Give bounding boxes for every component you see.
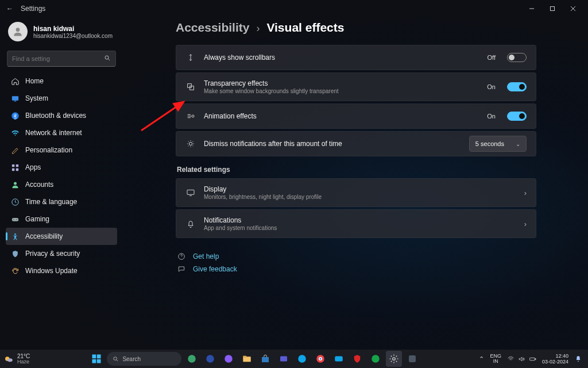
titlebar: ← Settings bbox=[0, 0, 588, 17]
link-subtitle: Monitors, brightness, night light, displ… bbox=[204, 194, 516, 200]
start-button[interactable] bbox=[88, 351, 105, 367]
setting-title: Always show scrollbars bbox=[204, 53, 479, 62]
accounts-icon bbox=[10, 180, 20, 189]
sidebar-item-accessibility[interactable]: Accessibility bbox=[6, 228, 117, 245]
svg-rect-12 bbox=[11, 168, 14, 170]
svg-point-35 bbox=[188, 355, 196, 363]
sidebar-item-bluetooth[interactable]: Bluetooth & devices bbox=[6, 107, 117, 124]
settings-window: ← Settings hisan kidwai hisankidwai1234@… bbox=[0, 0, 588, 350]
svg-point-4 bbox=[16, 28, 20, 32]
svg-rect-8 bbox=[14, 101, 16, 101]
back-button[interactable]: ← bbox=[5, 5, 15, 13]
give-feedback-link[interactable]: Give feedback bbox=[176, 264, 536, 274]
svg-point-37 bbox=[225, 355, 233, 363]
breadcrumb-parent[interactable]: Accessibility bbox=[176, 21, 249, 34]
get-help-link[interactable]: Get help bbox=[176, 252, 536, 261]
battery-icon bbox=[529, 355, 536, 363]
taskbar-copilot[interactable] bbox=[220, 351, 237, 367]
sidebar-item-home[interactable]: Home bbox=[6, 72, 117, 90]
search-input[interactable] bbox=[12, 55, 104, 62]
taskbar-weather[interactable]: 21°C Haze bbox=[0, 354, 30, 365]
svg-rect-32 bbox=[97, 359, 101, 363]
svg-rect-11 bbox=[16, 164, 18, 166]
user-block[interactable]: hisan kidwai hisankidwai1234@outlook.com bbox=[6, 20, 117, 47]
taskbar-explorer[interactable] bbox=[239, 351, 255, 367]
home-icon bbox=[10, 76, 20, 86]
taskbar-teams[interactable] bbox=[276, 351, 292, 367]
sidebar-item-time-language[interactable]: Time & language bbox=[6, 193, 117, 210]
toggle-state-label: On bbox=[487, 113, 496, 120]
taskbar-xbox[interactable] bbox=[368, 351, 384, 367]
help-label: Get help bbox=[193, 252, 219, 260]
toggle-animation[interactable] bbox=[507, 112, 527, 121]
nav-list: Home System Bluetooth & devices Network … bbox=[6, 72, 117, 279]
bluetooth-icon bbox=[10, 111, 20, 120]
taskbar-app-1[interactable] bbox=[184, 351, 200, 367]
chevron-right-icon: › bbox=[524, 220, 527, 228]
dropdown-value: 5 seconds bbox=[475, 140, 504, 147]
sidebar-item-network[interactable]: Network & internet bbox=[6, 124, 117, 141]
notifications-icon[interactable] bbox=[574, 354, 582, 364]
related-notifications[interactable]: Notifications App and system notificatio… bbox=[176, 209, 536, 238]
search-icon bbox=[113, 356, 119, 362]
bell-icon bbox=[185, 218, 196, 229]
dismiss-duration-dropdown[interactable]: 5 seconds ⌄ bbox=[469, 136, 527, 152]
maximize-button[interactable] bbox=[542, 1, 563, 17]
svg-rect-51 bbox=[535, 358, 536, 359]
taskbar-zoom[interactable] bbox=[331, 351, 347, 367]
taskbar-edge[interactable] bbox=[294, 351, 310, 367]
feedback-label: Give feedback bbox=[193, 265, 237, 273]
taskbar-clock[interactable]: 12:40 03-02-2024 bbox=[542, 353, 568, 365]
taskbar-store[interactable] bbox=[257, 351, 273, 367]
svg-rect-41 bbox=[280, 356, 287, 362]
setting-transparency-effects: Transparency effects Make some window ba… bbox=[176, 72, 536, 101]
nav-label: Apps bbox=[25, 163, 41, 171]
search-icon bbox=[104, 55, 111, 63]
sidebar-item-windows-update[interactable]: Windows Update bbox=[6, 262, 117, 279]
sidebar-item-apps[interactable]: Apps bbox=[6, 159, 117, 176]
display-icon bbox=[185, 187, 196, 198]
svg-point-28 bbox=[7, 358, 13, 362]
svg-rect-29 bbox=[92, 355, 96, 359]
nav-label: Gaming bbox=[25, 215, 49, 223]
breadcrumb: Accessibility › Visual effects bbox=[176, 21, 536, 34]
svg-rect-16 bbox=[11, 218, 18, 221]
search-box[interactable] bbox=[7, 51, 116, 67]
tray-chevron-icon[interactable]: ⌃ bbox=[479, 355, 484, 363]
svg-point-18 bbox=[16, 218, 17, 220]
svg-point-17 bbox=[13, 218, 14, 220]
sidebar-item-system[interactable]: System bbox=[6, 90, 117, 107]
weather-icon bbox=[3, 354, 14, 364]
network-icon bbox=[10, 128, 20, 137]
taskbar-app-3[interactable] bbox=[404, 351, 420, 367]
nav-label: Accessibility bbox=[25, 232, 63, 240]
setting-subtitle: Make some window backgrounds slightly tr… bbox=[204, 88, 479, 94]
sidebar-item-privacy[interactable]: Privacy & security bbox=[6, 245, 117, 262]
svg-rect-46 bbox=[335, 356, 343, 362]
sidebar-item-gaming[interactable]: Gaming bbox=[6, 210, 117, 228]
toggle-scrollbars[interactable] bbox=[507, 53, 527, 62]
sidebar-item-personalization[interactable]: Personalization bbox=[6, 141, 117, 159]
nav-label: Personalization bbox=[25, 146, 72, 154]
taskbar-app-2[interactable] bbox=[202, 351, 218, 367]
taskbar-mcafee[interactable] bbox=[349, 351, 365, 367]
taskbar-search[interactable]: Search bbox=[107, 352, 181, 366]
minimize-button[interactable] bbox=[521, 1, 542, 17]
svg-rect-39 bbox=[243, 356, 247, 358]
taskbar-settings[interactable] bbox=[386, 351, 402, 367]
svg-point-9 bbox=[11, 112, 19, 120]
svg-point-48 bbox=[393, 358, 396, 361]
sidebar-item-accounts[interactable]: Accounts bbox=[6, 176, 117, 193]
taskbar-search-label: Search bbox=[122, 356, 141, 362]
help-icon bbox=[177, 252, 186, 261]
svg-point-47 bbox=[372, 355, 380, 363]
feedback-icon bbox=[177, 264, 186, 274]
close-button[interactable] bbox=[563, 1, 583, 17]
link-title: Display bbox=[204, 185, 516, 193]
related-display[interactable]: Display Monitors, brightness, night ligh… bbox=[176, 178, 536, 207]
svg-rect-24 bbox=[187, 190, 194, 194]
taskbar-chrome[interactable] bbox=[312, 351, 328, 367]
tray-icons[interactable] bbox=[507, 355, 536, 363]
svg-point-19 bbox=[14, 233, 16, 235]
toggle-transparency[interactable] bbox=[507, 82, 527, 91]
